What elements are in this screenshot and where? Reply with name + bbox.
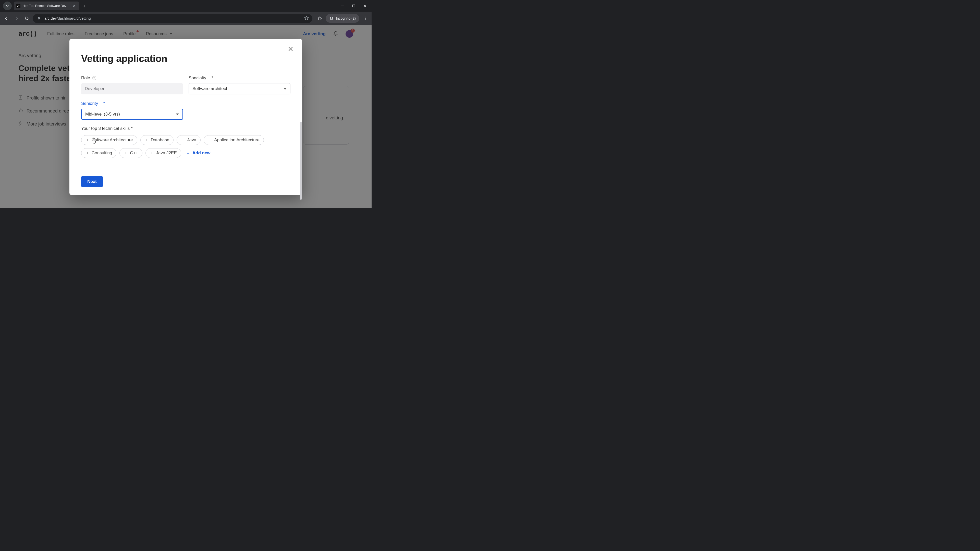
maximize-button[interactable] xyxy=(348,2,359,10)
star-icon xyxy=(304,16,309,20)
plus-icon: ＋ xyxy=(150,151,154,155)
form-grid: Role ? Developer Specialty * Software ar… xyxy=(81,76,290,120)
skill-chip[interactable]: ＋Consulting xyxy=(81,148,116,158)
chevron-down-icon xyxy=(283,88,286,90)
next-button[interactable]: Next xyxy=(81,176,103,187)
minimize-button[interactable] xyxy=(337,2,348,10)
plus-icon: ＋ xyxy=(181,138,185,142)
skill-chip[interactable]: ＋C++ xyxy=(119,148,142,158)
bookmark-button[interactable] xyxy=(304,16,309,21)
kebab-icon xyxy=(363,16,368,21)
tabs-row: Hire Top Remote Software Dev… ✕ ＋ xyxy=(0,0,372,12)
help-icon[interactable]: ? xyxy=(92,76,96,80)
url-text: arc.dev/dashboard/d/vetting xyxy=(45,16,91,21)
plus-icon: ＋ xyxy=(208,138,212,142)
specialty-value: Software architect xyxy=(192,86,227,91)
add-skill-button[interactable]: ＋Add new xyxy=(184,148,212,158)
svg-point-8 xyxy=(365,17,366,17)
svg-point-6 xyxy=(332,19,333,20)
skill-chip[interactable]: ＋Java xyxy=(177,135,200,145)
forward-button[interactable] xyxy=(12,14,21,23)
modal-footer: Next xyxy=(81,176,290,187)
plus-icon: ＋ xyxy=(186,150,190,156)
skill-chip[interactable]: ＋Java J2EE xyxy=(145,148,181,158)
vetting-modal: ✕ Vetting application Role ? Developer S… xyxy=(69,39,302,195)
modal-title: Vetting application xyxy=(81,53,290,64)
field-role: Role ? Developer xyxy=(81,76,183,94)
chevron-down-icon xyxy=(176,114,179,115)
specialty-label: Specialty * xyxy=(189,76,290,81)
plus-icon: ＋ xyxy=(86,138,89,142)
browser-menu-button[interactable] xyxy=(361,14,369,23)
incognito-indicator[interactable]: Incognito (2) xyxy=(326,14,360,23)
chevron-down-icon xyxy=(6,4,9,7)
new-tab-button[interactable]: ＋ xyxy=(80,2,89,10)
plus-icon: ＋ xyxy=(145,138,149,142)
svg-point-10 xyxy=(365,19,366,20)
seniority-value: Mid-level (3-5 yrs) xyxy=(85,112,120,117)
skills-chips: ＋Software Architecture ＋Database ＋Java ＋… xyxy=(81,135,290,158)
reload-button[interactable] xyxy=(22,14,31,23)
skill-chip[interactable]: ＋Database xyxy=(140,135,174,145)
specialty-select[interactable]: Software architect xyxy=(189,83,290,94)
arrow-left-icon xyxy=(4,16,9,21)
svg-point-3 xyxy=(39,18,40,19)
skills-section: Your top 3 technical skills * ＋Software … xyxy=(81,126,290,158)
window-controls xyxy=(337,0,370,12)
plus-icon: ＋ xyxy=(124,151,128,155)
extensions-button[interactable] xyxy=(315,14,324,23)
window-close-button[interactable] xyxy=(360,2,370,10)
svg-point-9 xyxy=(365,18,366,19)
role-value: Developer xyxy=(81,83,183,94)
puzzle-icon xyxy=(318,16,322,21)
seniority-select[interactable]: Mid-level (3-5 yrs) xyxy=(81,109,183,120)
back-button[interactable] xyxy=(2,14,11,23)
skills-label: Your top 3 technical skills * xyxy=(81,126,290,131)
arrow-right-icon xyxy=(14,16,19,21)
skill-chip[interactable]: ＋Software Architecture xyxy=(81,135,137,145)
seniority-label: Seniority * xyxy=(81,101,183,106)
browser-chrome: Hire Top Remote Software Dev… ✕ ＋ xyxy=(0,0,372,25)
incognito-icon xyxy=(329,17,334,20)
modal-scrollbar[interactable] xyxy=(300,122,302,200)
svg-point-5 xyxy=(330,19,331,20)
field-seniority: Seniority * Mid-level (3-5 yrs) xyxy=(81,101,183,120)
browser-toolbar: arc.dev/dashboard/d/vetting Incognito (2… xyxy=(0,12,372,25)
tab-title: Hire Top Remote Software Dev… xyxy=(22,4,70,8)
role-label: Role ? xyxy=(81,76,183,81)
incognito-label: Incognito (2) xyxy=(336,16,356,21)
reload-icon xyxy=(24,16,29,21)
svg-point-2 xyxy=(38,17,39,18)
favicon-icon xyxy=(16,4,21,8)
svg-rect-1 xyxy=(353,5,355,7)
modal-close-button[interactable]: ✕ xyxy=(288,46,293,53)
address-bar[interactable]: arc.dev/dashboard/d/vetting xyxy=(33,14,312,23)
field-specialty: Specialty * Software architect xyxy=(189,76,290,94)
skill-chip[interactable]: ＋Application Architecture xyxy=(204,135,264,145)
svg-point-4 xyxy=(38,19,38,19)
tab-search-button[interactable] xyxy=(3,2,12,10)
tab-close-button[interactable]: ✕ xyxy=(72,3,77,8)
plus-icon: ＋ xyxy=(86,151,89,155)
site-settings-icon[interactable] xyxy=(36,16,42,21)
browser-tab-active[interactable]: Hire Top Remote Software Dev… ✕ xyxy=(14,2,80,10)
